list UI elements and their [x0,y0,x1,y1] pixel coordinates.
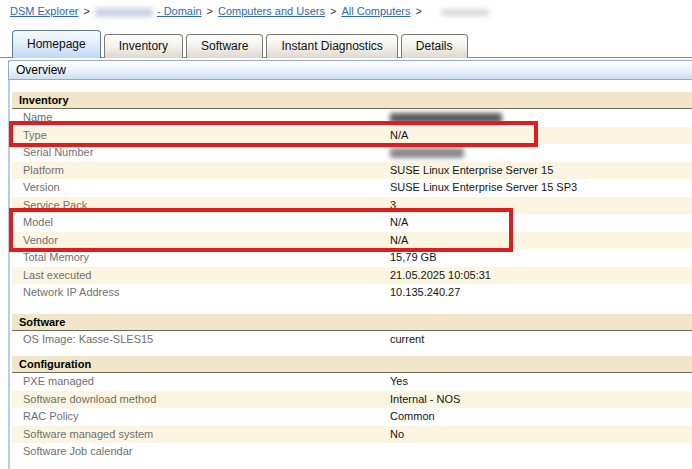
inventory-row-network-ip: Network IP Address 10.135.240.27 [12,284,692,302]
section-header-inventory: Inventory [12,92,692,109]
row-value: 10.135.240.27 [390,284,460,302]
row-value: 15,79 GB [390,249,436,267]
row-value: SUSE Linux Enterprise Server 15 SP3 [390,179,577,197]
inventory-row-model: Model N/A [12,214,692,232]
row-label: Software Job calendar [12,443,390,461]
row-label: Total Memory [12,249,390,267]
row-label: Software managed system [12,426,390,444]
inventory-row-last-executed: Last executed 21.05.2025 10:05:31 [12,267,692,285]
row-value: SUSE Linux Enterprise Server 15 [390,162,553,180]
row-value: Common [390,408,435,426]
row-label: Name [12,109,390,127]
row-label: Software download method [12,391,390,409]
row-label: RAC Policy [12,408,390,426]
redacted-name-value [390,113,502,123]
tab-software[interactable]: Software [186,34,263,58]
row-value: Internal - NOS [390,391,460,409]
redacted-computer-name [441,9,489,16]
row-value [390,109,502,127]
row-label: Serial Number [12,144,390,162]
tab-bar: HomepageInventorySoftwareInstant Diagnos… [12,30,471,58]
breadcrumb-link-dsm-explorer[interactable]: DSM Explorer [10,5,78,17]
tab-inventory[interactable]: Inventory [104,34,183,58]
breadcrumb-separator: > [207,5,213,17]
row-label: Service Pack [12,197,390,215]
row-label: Type [12,127,390,145]
row-value: current [390,331,424,349]
breadcrumb-separator: > [330,5,336,17]
row-label: Vendor [12,232,390,250]
row-label: PXE managed [12,373,390,391]
inventory-row-version: Version SUSE Linux Enterprise Server 15 … [12,179,692,197]
row-value: N/A [390,127,408,145]
section-gap [12,348,692,356]
software-row-os-image: OS Image: Kasse-SLES15 current [12,331,692,349]
row-label: Platform [12,162,390,180]
section-gap [12,302,692,314]
row-value: No [390,426,404,444]
section-header-configuration: Configuration [12,356,692,373]
row-label: Network IP Address [12,284,390,302]
breadcrumb: DSM Explorer>- Domain>Computers and User… [10,5,489,17]
row-label: Last executed [12,267,390,285]
overview-content: Inventory Name Type N/A Serial Number Pl… [12,92,692,461]
redacted-domain-name [95,8,153,17]
config-row-software-download-method: Software download method Internal - NOS [12,391,692,409]
inventory-row-name: Name [12,109,692,127]
inventory-row-platform: Platform SUSE Linux Enterprise Server 15 [12,162,692,180]
tab-homepage[interactable]: Homepage [12,30,101,58]
tab-details[interactable]: Details [401,34,468,58]
row-value: 3 [390,197,396,215]
row-value [390,144,464,162]
breadcrumb-separator: > [83,5,89,17]
inventory-row-vendor: Vendor N/A [12,232,692,250]
row-value: N/A [390,232,408,250]
redacted-serial-value [390,148,464,158]
config-row-software-managed-system: Software managed system No [12,426,692,444]
panel-left-accent [8,60,10,469]
row-label: Version [12,179,390,197]
config-row-rac-policy: RAC Policy Common [12,408,692,426]
breadcrumb-link-all-computers[interactable]: All Computers [341,5,410,17]
row-value: N/A [390,214,408,232]
inventory-row-type: Type N/A [12,127,692,145]
inventory-row-serial-number: Serial Number [12,144,692,162]
inventory-row-total-memory: Total Memory 15,79 GB [12,249,692,267]
config-row-software-job-calendar: Software Job calendar [12,443,692,461]
inventory-row-service-pack: Service Pack 3 [12,197,692,215]
section-header-software: Software [12,314,692,331]
row-label: Model [12,214,390,232]
row-label: OS Image: Kasse-SLES15 [12,331,390,349]
tab-instant-diagnostics[interactable]: Instant Diagnostics [266,34,397,58]
row-value: Yes [390,373,408,391]
breadcrumb-link-computers-and-users[interactable]: Computers and Users [218,5,325,17]
row-value: 21.05.2025 10:05:31 [390,267,491,285]
dsm-explorer-window: DSM Explorer>- Domain>Computers and User… [0,0,692,469]
breadcrumb-separator: > [415,5,421,17]
overview-header: Overview [8,60,692,80]
breadcrumb-link-domain[interactable]: - Domain [95,5,202,17]
config-row-pxe-managed: PXE managed Yes [12,373,692,391]
